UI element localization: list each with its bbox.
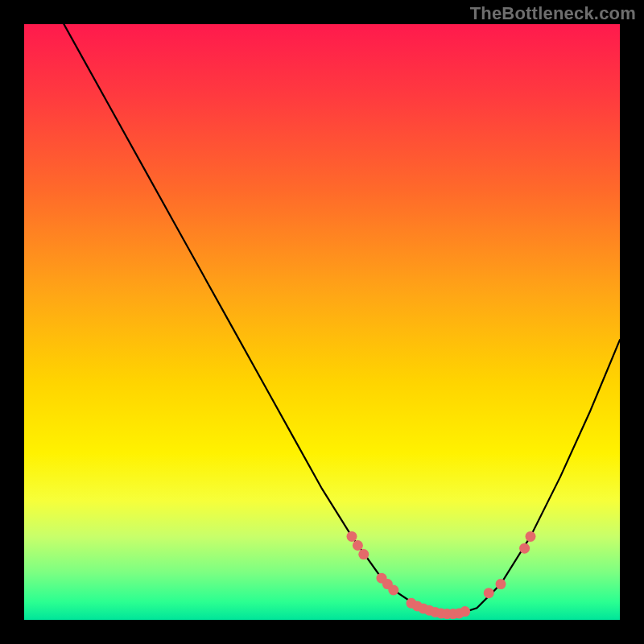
data-marker [347, 531, 357, 542]
plot-area [24, 24, 620, 620]
data-marker [358, 549, 369, 559]
data-marker [526, 531, 536, 542]
chart-stage: TheBottleneck.com [0, 0, 644, 644]
bottleneck-curve [24, 0, 620, 614]
data-marker [484, 588, 494, 598]
data-marker [460, 606, 470, 617]
curve-svg [24, 24, 620, 620]
data-marker [496, 579, 506, 589]
data-marker [519, 543, 530, 554]
watermark-text: TheBottleneck.com [470, 3, 636, 24]
data-marker [388, 585, 398, 596]
data-markers [347, 531, 536, 619]
data-marker [353, 540, 363, 551]
